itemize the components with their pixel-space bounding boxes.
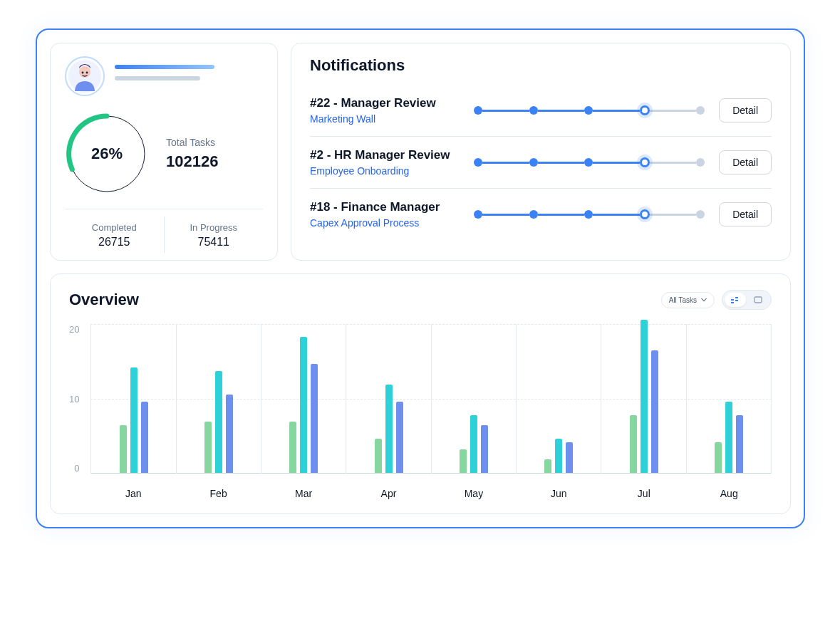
overview-filter-dropdown[interactable]: All Tasks: [661, 292, 715, 308]
notification-item: #2 - HR Manager ReviewEmployee Onboardin…: [310, 137, 772, 189]
x-tick-label: Jun: [517, 488, 601, 499]
overview-heading: Overview: [69, 291, 139, 309]
chart-bar: [311, 364, 318, 473]
completion-gauge: 26%: [65, 112, 149, 196]
total-tasks: Total Tasks 102126: [166, 137, 218, 171]
x-tick-label: May: [431, 488, 516, 499]
in-progress-tasks: In Progress 75411: [165, 216, 264, 253]
x-tick-label: Apr: [346, 488, 431, 499]
chart-bar: [289, 422, 296, 473]
y-tick-label: 10: [69, 394, 79, 405]
chart-bar: [736, 415, 743, 473]
overview-filter-label: All Tasks: [669, 296, 697, 304]
notifications-card: Notifications #22 - Manager ReviewMarket…: [291, 43, 791, 261]
avatar-icon: [68, 60, 101, 93]
chart-bar: [300, 337, 307, 473]
month-column: [346, 324, 430, 474]
chart-bar: [226, 395, 233, 473]
chart-bar: [470, 415, 477, 473]
chart-bar: [555, 439, 562, 473]
x-tick-label: Jan: [90, 488, 175, 499]
chart-bar: [396, 402, 403, 473]
chart-bar: [481, 425, 488, 473]
in-progress-label: In Progress: [165, 222, 264, 233]
notification-title: #2 - HR Manager Review: [310, 148, 460, 162]
chart-bar: [130, 367, 138, 473]
notification-subtitle: Employee Onboarding: [310, 165, 460, 177]
chart-bar: [651, 350, 658, 473]
chart-bar: [215, 371, 222, 473]
completed-label: Completed: [65, 222, 164, 233]
profile-name-placeholder: [115, 65, 263, 88]
detail-button[interactable]: Detail: [719, 202, 772, 226]
dashboard-container: 26% Total Tasks 102126 Completed 26715 I…: [36, 28, 805, 528]
svg-point-2: [82, 72, 84, 74]
chart-bar: [641, 320, 648, 473]
month-column: [686, 324, 772, 474]
x-tick-label: Aug: [687, 488, 772, 499]
x-tick-label: Jul: [601, 488, 686, 499]
bar-view-icon[interactable]: [725, 293, 746, 307]
detail-button[interactable]: Detail: [719, 98, 772, 122]
chart-bar: [385, 385, 393, 473]
detail-button[interactable]: Detail: [719, 150, 772, 174]
chart-bar: [715, 442, 722, 473]
chart-bar: [141, 402, 148, 473]
gauge-percent-label: 26%: [65, 112, 149, 196]
month-column: [431, 324, 516, 474]
notification-title: #22 - Manager Review: [310, 96, 460, 110]
chart-bar: [120, 425, 127, 473]
in-progress-value: 75411: [165, 236, 264, 249]
notifications-heading: Notifications: [310, 56, 772, 75]
chart-bar: [460, 449, 467, 473]
notification-item: #18 - Finance ManagerCapex Approval Proc…: [310, 189, 772, 231]
svg-rect-8: [735, 300, 738, 301]
chart-bar: [630, 415, 637, 473]
progress-steps: [474, 157, 705, 167]
overview-card: Overview All Tasks 20100: [50, 273, 791, 514]
chart-bar: [566, 442, 573, 473]
svg-point-3: [86, 72, 88, 74]
month-column: [90, 324, 175, 474]
y-tick-label: 20: [69, 324, 79, 335]
progress-steps: [474, 209, 705, 219]
card-view-icon[interactable]: [747, 293, 769, 307]
chart-bar: [204, 422, 212, 473]
month-column: [601, 324, 685, 474]
chart-bar: [375, 439, 382, 473]
notification-subtitle: Capex Approval Process: [310, 217, 460, 229]
chevron-down-icon: [701, 297, 707, 303]
notification-title: #18 - Finance Manager: [310, 200, 460, 214]
svg-rect-9: [755, 297, 762, 303]
avatar: [65, 56, 105, 96]
overview-chart: 20100 JanFebMarAprMayJunJulAug: [69, 324, 772, 495]
tasks-summary-card: 26% Total Tasks 102126 Completed 26715 I…: [50, 43, 278, 261]
notification-subtitle: Marketing Wall: [310, 113, 460, 125]
completed-value: 26715: [65, 236, 164, 249]
total-tasks-value: 102126: [166, 152, 218, 171]
month-column: [516, 324, 601, 474]
x-tick-label: Mar: [261, 488, 346, 499]
progress-steps: [474, 105, 705, 115]
notification-item: #22 - Manager ReviewMarketing WallDetail: [310, 85, 772, 137]
svg-rect-5: [731, 299, 734, 301]
month-column: [261, 324, 346, 474]
x-tick-label: Feb: [176, 488, 261, 499]
chart-bar: [725, 402, 732, 473]
completed-tasks: Completed 26715: [65, 216, 165, 253]
y-tick-label: 0: [74, 463, 79, 474]
svg-rect-7: [731, 302, 734, 303]
overview-view-toggle[interactable]: [722, 290, 772, 310]
chart-bar: [544, 459, 551, 473]
svg-rect-6: [735, 297, 738, 298]
total-tasks-label: Total Tasks: [166, 137, 218, 148]
month-column: [176, 324, 261, 474]
